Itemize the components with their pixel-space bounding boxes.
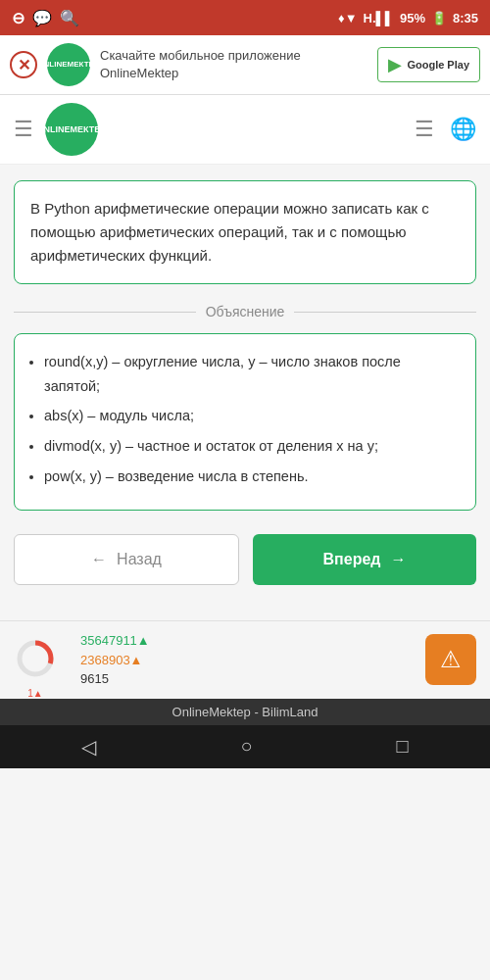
battery-percent: 95% — [400, 11, 425, 25]
circle-icon: ⊖ — [12, 9, 24, 27]
ring-chart — [14, 637, 57, 680]
bottom-bar-text: OnlineMektep - BilimLand — [172, 705, 318, 719]
message-icon: 💬 — [32, 9, 52, 27]
stats-numbers: 35647911▲ 2368903▲ 9615 — [80, 631, 150, 689]
list-icon[interactable]: ☰ — [415, 117, 434, 142]
back-arrow-icon: ← — [91, 551, 107, 568]
forward-label: Вперед — [323, 551, 381, 568]
ad-text: Скачайте мобильное приложение OnlineMekt… — [100, 47, 368, 82]
google-play-label: Google Play — [407, 59, 469, 71]
status-right: ♦▼ H.▌▌ 95% 🔋 8:35 — [338, 11, 478, 25]
stat-num2: 2368903▲ — [80, 651, 150, 670]
status-bar: ⊖ 💬 🔍 ♦▼ H.▌▌ 95% 🔋 8:35 — [0, 0, 490, 35]
forward-arrow-icon: → — [390, 551, 406, 568]
info-box: В Python арифметические операции можно з… — [14, 180, 476, 284]
nav-left: ☰ ONLINE МЕКТЕП — [14, 103, 98, 156]
footer-stats: 1▲ 35647911▲ 2368903▲ 9615 ⚠ — [0, 620, 490, 699]
section-title: Объяснение — [14, 304, 476, 319]
stat-num3: 9615 — [80, 669, 150, 689]
hamburger-icon[interactable]: ☰ — [14, 117, 33, 142]
ad-close-button[interactable]: ✕ — [10, 51, 37, 78]
wifi-icon: H.▌▌ — [364, 11, 394, 25]
signal-icon: ♦▼ — [338, 11, 358, 25]
section-label: Объяснение — [206, 304, 285, 319]
forward-button[interactable]: Вперед → — [253, 534, 476, 585]
android-nav: ◁ ○ □ — [0, 725, 490, 768]
ring-container: 1▲ — [14, 637, 57, 683]
divider-right — [294, 312, 476, 313]
explanation-box: round(x,y) – округление числа, y – число… — [14, 333, 476, 511]
charging-icon: 🔋 — [431, 11, 447, 25]
search-icon: 🔍 — [60, 9, 79, 27]
back-label: Назад — [117, 551, 162, 568]
stats-left: 1▲ 35647911▲ 2368903▲ 9615 — [14, 631, 150, 689]
nav-bar: ☰ ONLINE МЕКТЕП ☰ 🌐 — [0, 95, 490, 165]
recent-nav-button[interactable]: □ — [396, 735, 408, 758]
list-item: abs(x) – модуль числа; — [44, 404, 460, 428]
list-item: divmod(x, y) – частное и остаток от деле… — [44, 434, 460, 459]
status-icons-left: ⊖ 💬 🔍 — [12, 9, 79, 27]
main-content: В Python арифметические операции можно з… — [0, 165, 490, 620]
ring-label: 1▲ — [27, 688, 42, 699]
nav-right: ☰ 🌐 — [415, 117, 476, 142]
warning-icon: ⚠ — [440, 646, 462, 673]
nav-logo: ONLINE МЕКТЕП — [45, 103, 98, 156]
google-play-button[interactable]: ▶ Google Play — [377, 47, 480, 82]
divider-left — [14, 312, 196, 313]
explanation-list: round(x,y) – округление числа, y – число… — [24, 350, 460, 488]
globe-icon[interactable]: 🌐 — [450, 117, 476, 142]
list-item: pow(x, y) – возведение числа в степень. — [44, 465, 460, 489]
ad-banner: ✕ ONLINE МЕКТЕП Скачайте мобильное прило… — [0, 35, 490, 95]
info-text: В Python арифметические операции можно з… — [30, 200, 429, 264]
time-display: 8:35 — [453, 11, 478, 25]
back-button[interactable]: ← Назад — [14, 534, 239, 585]
warning-button[interactable]: ⚠ — [425, 634, 476, 685]
ad-logo: ONLINE МЕКТЕП — [47, 43, 90, 86]
list-item: round(x,y) – округление числа, y – число… — [44, 350, 460, 398]
nav-buttons: ← Назад Вперед → — [14, 534, 476, 585]
bottom-bar: OnlineMektep - BilimLand — [0, 699, 490, 725]
back-nav-button[interactable]: ◁ — [81, 735, 96, 759]
home-nav-button[interactable]: ○ — [240, 735, 252, 758]
stat-num1: 35647911▲ — [80, 631, 150, 651]
play-icon: ▶ — [388, 54, 402, 75]
